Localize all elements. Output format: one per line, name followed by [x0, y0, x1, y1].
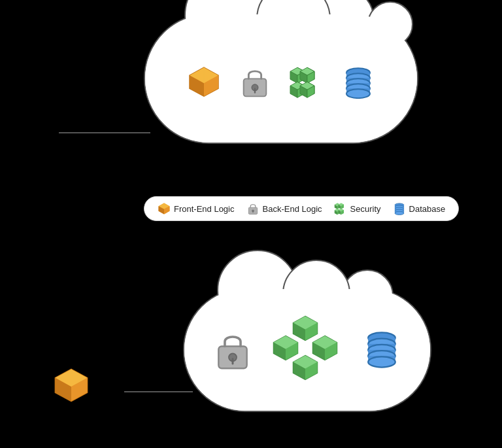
legend: Front-End Logic Back-End Logic [144, 196, 459, 221]
legend-db-label: Database [409, 204, 446, 214]
svg-point-32 [346, 89, 370, 98]
frontend-icon [187, 65, 221, 99]
bottom-cloud-icons [184, 289, 430, 411]
legend-box-icon [158, 202, 171, 215]
security-cluster-icon [271, 314, 343, 386]
svg-point-92 [368, 356, 395, 367]
top-cloud-icons [187, 65, 375, 99]
legend-frontend-label: Front-End Logic [174, 204, 235, 214]
bottom-lock-icon [213, 329, 252, 371]
security-icon [289, 65, 323, 99]
legend-db-icon [393, 202, 406, 215]
legend-item-backend: Back-End Logic [246, 202, 322, 215]
legend-lock-icon [246, 202, 259, 215]
diagram-container: Front-End Logic Back-End Logic [0, 0, 502, 448]
legend-security-label: Security [350, 204, 381, 214]
bottom-connector-line [124, 391, 193, 392]
top-cloud [144, 13, 418, 144]
legend-item-security: Security [334, 202, 381, 215]
legend-backend-label: Back-End Logic [263, 204, 322, 214]
legend-item-frontend: Front-End Logic [158, 202, 235, 215]
standalone-box-icon [52, 366, 90, 404]
top-connector-line [59, 132, 150, 133]
bottom-db-icon [362, 330, 401, 370]
svg-point-64 [395, 211, 404, 215]
legend-item-database: Database [393, 202, 446, 215]
bottom-cloud [183, 288, 431, 412]
legend-cube-icon [334, 202, 347, 215]
database-icon [341, 65, 375, 99]
backend-icon [239, 65, 271, 99]
standalone-frontend [52, 366, 90, 407]
